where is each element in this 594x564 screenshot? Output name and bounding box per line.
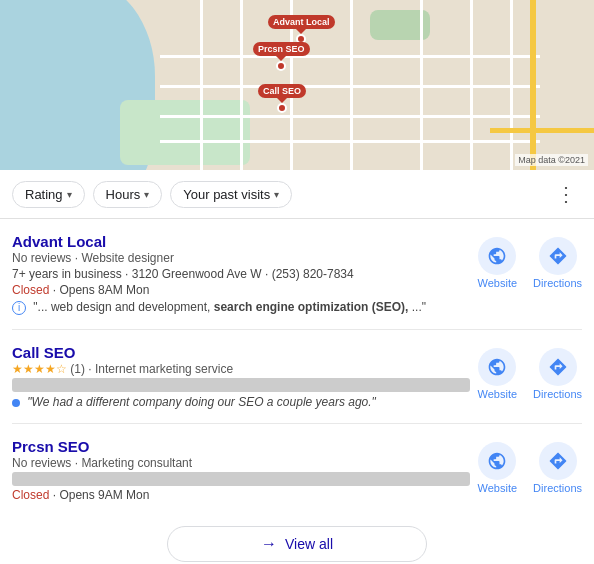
result-details-prcsnSEO: 626 S. Bridge Street B 200, S Green Fire…	[12, 472, 470, 486]
result-status-advant: Closed · Opens 8AM Mon	[12, 283, 470, 297]
result-snippet-advant: i "... web design and development, searc…	[12, 300, 470, 315]
directions-action-callseo: Directions	[533, 348, 582, 400]
directions-icon	[548, 246, 568, 266]
result-category-prcsnSEO: No reviews · Marketing consultant	[12, 456, 470, 470]
result-details-callseo: 79th Ave O W · (253) 777-5868	[12, 378, 470, 392]
blue-dot-icon	[12, 399, 20, 407]
result-actions-prcsnSEO: Website Directions	[478, 442, 582, 494]
filter-bar: Rating ▾ Hours ▾ Your past visits ▾ ⋮	[0, 170, 594, 219]
result-info-advant: Advant Local No reviews · Website design…	[12, 233, 470, 315]
result-status-prcsnSEO: Closed · Opens 9AM Mon	[12, 488, 470, 502]
website-icon	[487, 246, 507, 266]
website-label-prcsnSEO: Website	[478, 482, 518, 494]
hours-chevron-icon: ▾	[144, 189, 149, 200]
view-all-label: View all	[285, 536, 333, 552]
result-item-prcsnSEO: Prcsn SEO No reviews · Marketing consult…	[12, 424, 582, 516]
more-options-button[interactable]: ⋮	[550, 180, 582, 208]
directions-label-prcsnSEO: Directions	[533, 482, 582, 494]
directions-label-callseo: Directions	[533, 388, 582, 400]
map-area[interactable]: Advant Local Prcsn SEO Call SEO Map data…	[0, 0, 594, 170]
view-all-button[interactable]: → View all	[167, 526, 427, 562]
result-info-prcsnSEO: Prcsn SEO No reviews · Marketing consult…	[12, 438, 470, 502]
pin-label-callseo: Call SEO	[258, 84, 306, 98]
results-list: Advant Local No reviews · Website design…	[0, 219, 594, 516]
directions-action-prcsnSEO: Directions	[533, 442, 582, 494]
result-category-callseo: ★★★★☆ (1) · Internet marketing service	[12, 362, 470, 376]
website-button-callseo[interactable]	[478, 348, 516, 386]
directions-button-advant[interactable]	[539, 237, 577, 275]
view-all-container: → View all	[0, 516, 594, 564]
map-pin-advant[interactable]: Advant Local	[268, 15, 335, 44]
hours-filter-label: Hours	[106, 187, 141, 202]
result-name-callseo[interactable]: Call SEO	[12, 344, 470, 361]
result-snippet-callseo: "We had a different company doing our SE…	[12, 395, 470, 409]
arrow-right-icon: →	[261, 535, 277, 553]
info-icon-advant: i	[12, 301, 26, 315]
website-action-prcsnSEO: Website	[478, 442, 518, 494]
past-visits-chevron-icon: ▾	[274, 189, 279, 200]
result-item-advant: Advant Local No reviews · Website design…	[12, 219, 582, 330]
past-visits-filter[interactable]: Your past visits ▾	[170, 181, 292, 208]
directions-button-prcsnSEO[interactable]	[539, 442, 577, 480]
result-details-advant: 7+ years in business · 3120 Greenwood Av…	[12, 267, 470, 281]
directions-button-callseo[interactable]	[539, 348, 577, 386]
hours-filter[interactable]: Hours ▾	[93, 181, 163, 208]
rating-filter[interactable]: Rating ▾	[12, 181, 85, 208]
website-action-callseo: Website	[478, 348, 518, 400]
map-pin-callseo[interactable]: Call SEO	[258, 84, 306, 113]
result-info-callseo: Call SEO ★★★★☆ (1) · Internet marketing …	[12, 344, 470, 409]
website-button-prcsnSEO[interactable]	[478, 442, 516, 480]
map-attribution: Map data ©2021	[515, 154, 588, 166]
map-pin-prcsn[interactable]: Prcsn SEO	[253, 42, 310, 71]
past-visits-label: Your past visits	[183, 187, 270, 202]
directions-icon-prcsnSEO	[548, 451, 568, 471]
directions-action-advant: Directions	[533, 237, 582, 289]
result-name-advant[interactable]: Advant Local	[12, 233, 470, 250]
directions-icon-callseo	[548, 357, 568, 377]
website-button-advant[interactable]	[478, 237, 516, 275]
rating-chevron-icon: ▾	[67, 189, 72, 200]
result-name-prcsnSEO[interactable]: Prcsn SEO	[12, 438, 470, 455]
website-label-advant: Website	[478, 277, 518, 289]
stars-callseo: ★★★★☆	[12, 362, 67, 376]
result-actions-advant: Website Directions	[478, 237, 582, 289]
pin-label-prcsn: Prcsn SEO	[253, 42, 310, 56]
website-action-advant: Website	[478, 237, 518, 289]
directions-label-advant: Directions	[533, 277, 582, 289]
result-item-callseo: Call SEO ★★★★☆ (1) · Internet marketing …	[12, 330, 582, 424]
website-label-callseo: Website	[478, 388, 518, 400]
rating-filter-label: Rating	[25, 187, 63, 202]
result-actions-callseo: Website Directions	[478, 348, 582, 400]
result-category-advant: No reviews · Website designer	[12, 251, 470, 265]
website-icon-callseo	[487, 357, 507, 377]
website-icon-prcsnSEO	[487, 451, 507, 471]
pin-label-advant: Advant Local	[268, 15, 335, 29]
